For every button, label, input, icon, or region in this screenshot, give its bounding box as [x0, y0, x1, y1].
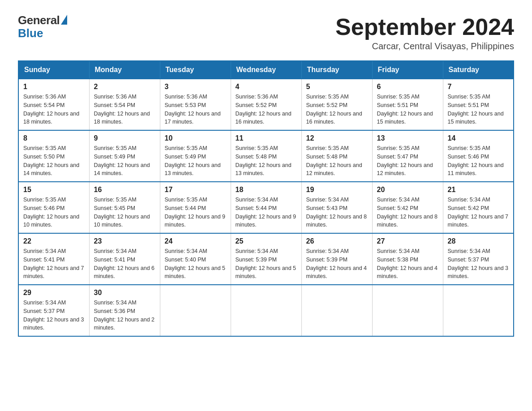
calendar-cell: 3Sunrise: 5:36 AMSunset: 5:53 PMDaylight… [160, 79, 231, 130]
week-row-3: 15Sunrise: 5:35 AMSunset: 5:46 PMDayligh… [18, 182, 514, 233]
day-number: 16 [94, 186, 155, 194]
calendar-cell [372, 285, 443, 336]
header-day-saturday: Saturday [443, 61, 514, 79]
day-number: 10 [165, 134, 226, 142]
day-number: 9 [94, 134, 155, 142]
calendar-cell: 19Sunrise: 5:34 AMSunset: 5:43 PMDayligh… [301, 182, 372, 233]
day-number: 11 [236, 134, 297, 142]
calendar-cell: 29Sunrise: 5:34 AMSunset: 5:37 PMDayligh… [18, 285, 89, 336]
logo-general-text: General [18, 13, 60, 27]
calendar-cell: 9Sunrise: 5:35 AMSunset: 5:49 PMDaylight… [89, 130, 160, 182]
calendar-cell: 8Sunrise: 5:35 AMSunset: 5:50 PMDaylight… [18, 130, 89, 182]
day-number: 4 [236, 83, 297, 91]
calendar-cell: 1Sunrise: 5:36 AMSunset: 5:54 PMDaylight… [18, 79, 89, 130]
day-info: Sunrise: 5:36 AMSunset: 5:54 PMDaylight:… [23, 93, 85, 126]
day-info: Sunrise: 5:35 AMSunset: 5:51 PMDaylight:… [448, 93, 509, 126]
header-day-friday: Friday [372, 61, 443, 79]
calendar-cell: 11Sunrise: 5:35 AMSunset: 5:48 PMDayligh… [231, 130, 301, 182]
logo-triangle-icon [61, 15, 67, 25]
calendar-cell [443, 285, 514, 336]
day-number: 23 [94, 237, 155, 245]
header-day-wednesday: Wednesday [231, 61, 301, 79]
day-number: 17 [165, 186, 226, 194]
day-info: Sunrise: 5:34 AMSunset: 5:40 PMDaylight:… [165, 247, 226, 281]
day-info: Sunrise: 5:35 AMSunset: 5:45 PMDaylight:… [94, 196, 155, 229]
day-info: Sunrise: 5:34 AMSunset: 5:39 PMDaylight:… [306, 247, 368, 281]
day-info: Sunrise: 5:35 AMSunset: 5:46 PMDaylight:… [448, 144, 509, 178]
day-info: Sunrise: 5:35 AMSunset: 5:48 PMDaylight:… [236, 144, 297, 178]
day-info: Sunrise: 5:35 AMSunset: 5:46 PMDaylight:… [23, 196, 85, 229]
calendar-cell: 30Sunrise: 5:34 AMSunset: 5:36 PMDayligh… [89, 285, 160, 336]
day-number: 8 [23, 134, 85, 142]
calendar-cell: 14Sunrise: 5:35 AMSunset: 5:46 PMDayligh… [443, 130, 514, 182]
day-number: 12 [306, 134, 368, 142]
day-number: 19 [306, 186, 368, 194]
day-number: 18 [236, 186, 297, 194]
calendar-cell: 13Sunrise: 5:35 AMSunset: 5:47 PMDayligh… [372, 130, 443, 182]
day-info: Sunrise: 5:35 AMSunset: 5:51 PMDaylight:… [377, 93, 438, 126]
day-number: 28 [448, 237, 509, 245]
day-info: Sunrise: 5:34 AMSunset: 5:41 PMDaylight:… [94, 247, 155, 281]
week-row-1: 1Sunrise: 5:36 AMSunset: 5:54 PMDaylight… [18, 79, 514, 130]
day-info: Sunrise: 5:34 AMSunset: 5:44 PMDaylight:… [236, 196, 297, 229]
calendar-cell: 26Sunrise: 5:34 AMSunset: 5:39 PMDayligh… [301, 233, 372, 285]
calendar-header-row: SundayMondayTuesdayWednesdayThursdayFrid… [18, 61, 514, 79]
day-number: 24 [165, 237, 226, 245]
day-info: Sunrise: 5:35 AMSunset: 5:47 PMDaylight:… [377, 144, 438, 178]
day-number: 22 [23, 237, 85, 245]
day-info: Sunrise: 5:34 AMSunset: 5:38 PMDaylight:… [377, 247, 438, 281]
calendar-cell: 17Sunrise: 5:35 AMSunset: 5:44 PMDayligh… [160, 182, 231, 233]
logo-blue-text: Blue [18, 26, 43, 40]
page-header: General Blue September 2024 Carcar, Cent… [18, 13, 514, 51]
day-info: Sunrise: 5:34 AMSunset: 5:37 PMDaylight:… [448, 247, 509, 281]
calendar-cell: 5Sunrise: 5:35 AMSunset: 5:52 PMDaylight… [301, 79, 372, 130]
calendar-cell: 7Sunrise: 5:35 AMSunset: 5:51 PMDaylight… [443, 79, 514, 130]
day-info: Sunrise: 5:34 AMSunset: 5:39 PMDaylight:… [236, 247, 297, 281]
day-info: Sunrise: 5:35 AMSunset: 5:49 PMDaylight:… [165, 144, 226, 178]
day-info: Sunrise: 5:34 AMSunset: 5:36 PMDaylight:… [94, 299, 155, 332]
calendar-cell: 24Sunrise: 5:34 AMSunset: 5:40 PMDayligh… [160, 233, 231, 285]
day-number: 1 [23, 83, 85, 91]
header-day-thursday: Thursday [301, 61, 372, 79]
day-number: 3 [165, 83, 226, 91]
day-number: 6 [377, 83, 438, 91]
header-day-sunday: Sunday [18, 61, 89, 79]
day-info: Sunrise: 5:34 AMSunset: 5:42 PMDaylight:… [377, 196, 438, 229]
week-row-2: 8Sunrise: 5:35 AMSunset: 5:50 PMDaylight… [18, 130, 514, 182]
calendar-cell: 12Sunrise: 5:35 AMSunset: 5:48 PMDayligh… [301, 130, 372, 182]
day-number: 27 [377, 237, 438, 245]
day-info: Sunrise: 5:35 AMSunset: 5:52 PMDaylight:… [306, 93, 368, 126]
day-number: 25 [236, 237, 297, 245]
day-number: 7 [448, 83, 509, 91]
day-info: Sunrise: 5:34 AMSunset: 5:42 PMDaylight:… [448, 196, 509, 229]
calendar-cell: 2Sunrise: 5:36 AMSunset: 5:54 PMDaylight… [89, 79, 160, 130]
day-number: 14 [448, 134, 509, 142]
calendar-cell: 10Sunrise: 5:35 AMSunset: 5:49 PMDayligh… [160, 130, 231, 182]
day-info: Sunrise: 5:35 AMSunset: 5:44 PMDaylight:… [165, 196, 226, 229]
calendar-cell [231, 285, 301, 336]
calendar-cell [301, 285, 372, 336]
day-number: 15 [23, 186, 85, 194]
calendar-cell: 21Sunrise: 5:34 AMSunset: 5:42 PMDayligh… [443, 182, 514, 233]
title-section: September 2024 Carcar, Central Visayas, … [335, 13, 514, 51]
day-number: 21 [448, 186, 509, 194]
calendar-cell: 27Sunrise: 5:34 AMSunset: 5:38 PMDayligh… [372, 233, 443, 285]
logo: General Blue [18, 13, 67, 40]
day-number: 20 [377, 186, 438, 194]
day-info: Sunrise: 5:35 AMSunset: 5:49 PMDaylight:… [94, 144, 155, 178]
calendar-table: SundayMondayTuesdayWednesdayThursdayFrid… [18, 60, 514, 337]
calendar-cell: 25Sunrise: 5:34 AMSunset: 5:39 PMDayligh… [231, 233, 301, 285]
calendar-cell: 28Sunrise: 5:34 AMSunset: 5:37 PMDayligh… [443, 233, 514, 285]
calendar-cell: 22Sunrise: 5:34 AMSunset: 5:41 PMDayligh… [18, 233, 89, 285]
week-row-5: 29Sunrise: 5:34 AMSunset: 5:37 PMDayligh… [18, 285, 514, 336]
calendar-cell: 18Sunrise: 5:34 AMSunset: 5:44 PMDayligh… [231, 182, 301, 233]
day-number: 5 [306, 83, 368, 91]
day-number: 13 [377, 134, 438, 142]
day-info: Sunrise: 5:34 AMSunset: 5:37 PMDaylight:… [23, 299, 85, 332]
day-number: 30 [94, 289, 155, 297]
week-row-4: 22Sunrise: 5:34 AMSunset: 5:41 PMDayligh… [18, 233, 514, 285]
calendar-cell [160, 285, 231, 336]
calendar-cell: 20Sunrise: 5:34 AMSunset: 5:42 PMDayligh… [372, 182, 443, 233]
calendar-cell: 16Sunrise: 5:35 AMSunset: 5:45 PMDayligh… [89, 182, 160, 233]
day-number: 2 [94, 83, 155, 91]
